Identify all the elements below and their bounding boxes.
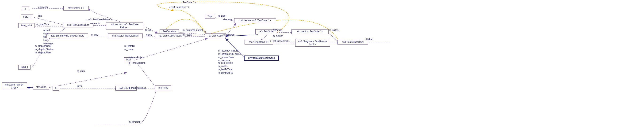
node-type-label: Type (208, 15, 213, 17)
svg-line-17 (138, 65, 157, 89)
node-ns3-time-label: ns3::Time (158, 86, 168, 89)
node-type: Type (205, 14, 215, 19)
label-failure: failure (145, 29, 152, 31)
node-systemwallclockms-private-label: ns3::SystemWallClockMsPrivate (50, 34, 84, 37)
node-ns3-singleton-testrunnerimpl: ns3::Singleton< TestRunnerImpl > (295, 39, 330, 47)
label-elements-1: elements (38, 6, 48, 8)
node-std-string: std::string (33, 85, 49, 90)
svg-line-5 (60, 28, 65, 32)
label-m-suites: m_suites (329, 29, 338, 31)
node-std-vector-testcasefailure-label: std::vector< ns3::TestCaseFailure > (111, 23, 138, 29)
node-ns3-singleton-testrunnerimpl-label: ns3::Singleton< TestRunnerImpl > (298, 40, 327, 46)
label-m-result: m_result (182, 33, 192, 36)
node-K-label: K (55, 87, 57, 90)
svg-line-16 (134, 39, 207, 60)
label-testsuite-ptr-top: < TestSuite * > (181, 1, 196, 4)
node-K: K (52, 86, 59, 91)
node-std-vector-T-label: std::vector< T > (68, 7, 84, 9)
node-testcase-result-label: ns3::TestCase::Result (159, 34, 182, 37)
label-elements-4: elements (273, 29, 282, 31)
node-ns3-testcasefailure-label: ns3::TestCaseFailure (67, 24, 89, 26)
label-keys: keys (77, 85, 82, 87)
label-children: children (365, 38, 373, 41)
label-line: line (38, 14, 42, 17)
node-systemwallclockms-label: ns3::SystemWallClockMs (112, 34, 138, 37)
node-ns3-time: ns3::Time (155, 86, 171, 90)
node-int64t-label: int64_t (21, 66, 28, 68)
label-testrunnerimpl-arc: < TestRunnerImpl > (270, 40, 290, 42)
node-ns3-testcasefailure: ns3::TestCaseFailure (63, 23, 94, 27)
label-m-datadir: m_dataDirm_name (124, 44, 135, 51)
node-ns3-singleton-T-label: ns3::Singleton< T > (249, 41, 269, 43)
node-int32t: int32_t (21, 14, 33, 19)
label-m-runner: m_runner (273, 35, 283, 37)
node-ns3-testrunnerimpl: ns3::TestRunnerImpl (338, 40, 368, 44)
node-std-vector-testsuite-ptr: std::vector< TestSuite * > (292, 29, 328, 34)
label-m-priv: m_priv (91, 33, 98, 36)
label-m-children: m_children (223, 33, 234, 36)
label-m-type: m_type (218, 14, 226, 17)
node-ns3-testcase-label: ns3::TestCase (208, 34, 222, 37)
node-std-vector-testsuite-ptr-label: std::vector< TestSuite * > (297, 30, 323, 33)
node-time-point-label: time_point (21, 24, 32, 27)
node-std-vector-testcasefailure: std::vector< ns3::TestCaseFailure > (106, 22, 143, 30)
node-ns3-singleton-T: ns3::Singleton< T > (244, 40, 273, 44)
node-time-point: time_point (18, 23, 35, 28)
label-clock: _clock (145, 33, 152, 36)
node-int64t: int64_t (18, 65, 30, 70)
node-T: T (22, 6, 29, 11)
label-elements-3: elements (223, 18, 232, 21)
label-g-timestaticinit: g_TimeStaticInit (128, 62, 145, 64)
node-lrwpan-testcase: LrWpanDataIfsTestCase (244, 55, 279, 61)
node-std-basic-string: std::basic_string<Char > (2, 82, 27, 90)
svg-line-13 (49, 73, 126, 88)
label-actual: actualcondfilelimitmessage (44, 29, 53, 45)
label-m-tempdir: m_tempDir (128, 121, 140, 123)
node-int32t-label: int32_t (23, 15, 30, 18)
label-m-starttime: m_startTime (36, 23, 49, 26)
node-std-basic-string-label: std::basic_string<Char > (6, 83, 24, 89)
diagram-container: T int32_t time_point int64_t std::basic_… (0, 0, 644, 130)
node-ns3-testcase: ns3::TestCase (205, 33, 226, 38)
node-testduration: TestDuration (160, 29, 179, 34)
label-assert-options: m_assertOnFailurem_continueOnFailurem_up… (218, 49, 241, 62)
node-std-vector-testcase-ptr-label: std::vector< ns3::TestCase * > (240, 19, 270, 22)
label-childrenfailed: childrenFailed (128, 56, 143, 59)
label-m-data: m_data (77, 70, 85, 72)
node-std-vector-testcase-ptr: std::vector< ns3::TestCase * > (234, 18, 276, 23)
label-m-parent: m_parent (193, 29, 203, 31)
label-elements-2: elements (90, 22, 100, 25)
label-elapsed: m_elapsedRealm_elapsedSystemm_elapsedUse… (35, 44, 54, 54)
node-ns3-testsuite-label: ns3::TestSuite (259, 30, 274, 33)
node-T-label: T (25, 7, 26, 10)
label-g-markingtimes: g_markingTimes (128, 87, 146, 89)
label-m-duration: m_duration (182, 29, 194, 31)
node-std-string-label: std::string (36, 86, 46, 88)
node-testduration-label: TestDuration (163, 30, 176, 33)
node-testcase-result: ns3::TestCase::Result (155, 33, 186, 38)
node-lrwpan-testcase-label: LrWpanDataIfsTestCase (248, 57, 275, 59)
node-ns3-testrunnerimpl-label: ns3::TestRunnerImpl (342, 41, 364, 43)
node-systemwallclockms: ns3::SystemWallClockMs (108, 33, 143, 38)
label-ns3-testcasefailure-arc: < ns3::TestCaseFailure > (86, 18, 112, 21)
label-ns3-testcase-ptr-top: < ns3::TestCase * > (169, 6, 190, 8)
label-ack-times: m_ackRxTimem_endIfsm_lastTxTimem_phyStar… (218, 61, 233, 75)
node-std-vector-T: std::vector< T > (63, 6, 89, 10)
